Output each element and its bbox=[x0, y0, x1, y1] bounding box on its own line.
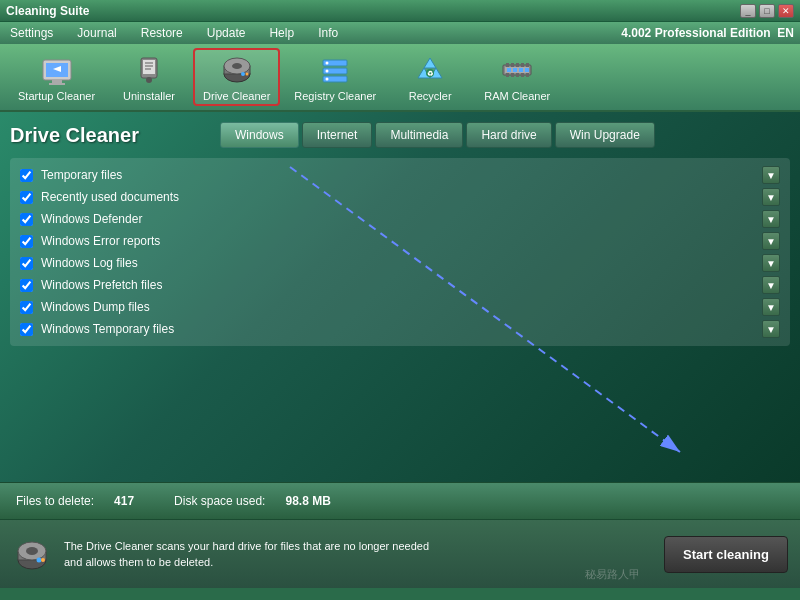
svg-point-14 bbox=[232, 63, 242, 69]
check-label-1: Recently used documents bbox=[41, 190, 179, 204]
toolbar-startup-label: Startup Cleaner bbox=[18, 90, 95, 102]
toolbar-recycler-label: Recycler bbox=[409, 90, 452, 102]
footer-drive-icon bbox=[12, 534, 52, 574]
toolbar-ram-label: RAM Cleaner bbox=[484, 90, 550, 102]
window-controls: _ □ ✕ bbox=[740, 4, 794, 18]
main-content: Drive Cleaner Windows Internet Multimedi… bbox=[0, 112, 800, 482]
check-item-2: Windows Defender ▼ bbox=[20, 208, 780, 230]
tab-winupgrade[interactable]: Win Upgrade bbox=[555, 122, 655, 148]
recycler-icon: ♻ bbox=[412, 52, 448, 88]
toolbar-drive-cleaner[interactable]: Drive Cleaner bbox=[193, 48, 280, 106]
dropdown-6[interactable]: ▼ bbox=[762, 298, 780, 316]
menu-restore[interactable]: Restore bbox=[137, 24, 187, 42]
svg-rect-34 bbox=[519, 68, 523, 72]
svg-point-20 bbox=[326, 62, 329, 65]
menu-settings[interactable]: Settings bbox=[6, 24, 57, 42]
files-to-delete: Files to delete: 417 bbox=[16, 494, 134, 508]
footer-line1: The Drive Cleaner scans your hard drive … bbox=[64, 540, 429, 552]
toolbar-ram-cleaner[interactable]: RAM Cleaner bbox=[474, 48, 560, 106]
svg-point-15 bbox=[241, 72, 245, 76]
registry-icon bbox=[317, 52, 353, 88]
svg-rect-33 bbox=[513, 68, 517, 72]
checkbox-5[interactable] bbox=[20, 279, 33, 292]
footer-line2: and allows them to be deleted. bbox=[64, 556, 213, 568]
minimize-button[interactable]: _ bbox=[740, 4, 756, 18]
tab-multimedia[interactable]: Multimedia bbox=[375, 122, 463, 148]
startup-icon bbox=[39, 52, 75, 88]
svg-rect-6 bbox=[143, 60, 155, 74]
check-item-1: Recently used documents ▼ bbox=[20, 186, 780, 208]
files-label: Files to delete: bbox=[16, 494, 94, 508]
toolbar-uninstaller[interactable]: Uninstaller bbox=[109, 48, 189, 106]
checkbox-1[interactable] bbox=[20, 191, 33, 204]
svg-rect-2 bbox=[52, 80, 62, 83]
check-label-5: Windows Prefetch files bbox=[41, 278, 162, 292]
menu-journal[interactable]: Journal bbox=[73, 24, 120, 42]
check-label-2: Windows Defender bbox=[41, 212, 142, 226]
disk-value: 98.8 MB bbox=[285, 494, 330, 508]
menu-update[interactable]: Update bbox=[203, 24, 250, 42]
disk-label: Disk space used: bbox=[174, 494, 265, 508]
menu-info[interactable]: Info bbox=[314, 24, 342, 42]
app-title: Cleaning Suite bbox=[6, 4, 89, 18]
dropdown-5[interactable]: ▼ bbox=[762, 276, 780, 294]
section-header: Drive Cleaner Windows Internet Multimedi… bbox=[10, 122, 790, 148]
toolbar-drive-label: Drive Cleaner bbox=[203, 90, 270, 102]
checkbox-6[interactable] bbox=[20, 301, 33, 314]
titlebar: Cleaning Suite _ □ ✕ bbox=[0, 0, 800, 22]
menubar: Settings Journal Restore Update Help Inf… bbox=[0, 22, 800, 44]
svg-rect-3 bbox=[49, 83, 65, 85]
svg-point-16 bbox=[245, 73, 248, 76]
check-item-6: Windows Dump files ▼ bbox=[20, 296, 780, 318]
toolbar-registry-cleaner[interactable]: Registry Cleaner bbox=[284, 48, 386, 106]
check-label-0: Temporary files bbox=[41, 168, 122, 182]
footer: The Drive Cleaner scans your hard drive … bbox=[0, 520, 800, 588]
checkbox-4[interactable] bbox=[20, 257, 33, 270]
tab-harddrive[interactable]: Hard drive bbox=[466, 122, 551, 148]
toolbar-registry-label: Registry Cleaner bbox=[294, 90, 376, 102]
dropdown-7[interactable]: ▼ bbox=[762, 320, 780, 338]
svg-rect-35 bbox=[525, 68, 529, 72]
dropdown-1[interactable]: ▼ bbox=[762, 188, 780, 206]
menu-items: Settings Journal Restore Update Help Inf… bbox=[6, 24, 342, 42]
dropdown-0[interactable]: ▼ bbox=[762, 166, 780, 184]
watermark: 秘易路人甲 bbox=[585, 567, 640, 582]
check-item-7: Windows Temporary files ▼ bbox=[20, 318, 780, 340]
svg-point-42 bbox=[37, 558, 42, 563]
disk-space-used: Disk space used: 98.8 MB bbox=[174, 494, 331, 508]
menu-help[interactable]: Help bbox=[265, 24, 298, 42]
close-button[interactable]: ✕ bbox=[778, 4, 794, 18]
checkbox-0[interactable] bbox=[20, 169, 33, 182]
dropdown-2[interactable]: ▼ bbox=[762, 210, 780, 228]
tab-bar: Windows Internet Multimedia Hard drive W… bbox=[220, 122, 655, 148]
footer-description: The Drive Cleaner scans your hard drive … bbox=[64, 538, 652, 571]
checklist: Temporary files ▼ Recently used document… bbox=[10, 158, 790, 346]
version-info: 4.002 Professional Edition EN bbox=[621, 26, 794, 40]
check-item-5: Windows Prefetch files ▼ bbox=[20, 274, 780, 296]
dropdown-3[interactable]: ▼ bbox=[762, 232, 780, 250]
check-item-0: Temporary files ▼ bbox=[20, 164, 780, 186]
check-label-6: Windows Dump files bbox=[41, 300, 150, 314]
toolbar-startup-cleaner[interactable]: Startup Cleaner bbox=[8, 48, 105, 106]
start-cleaning-button[interactable]: Start cleaning bbox=[664, 536, 788, 573]
drive-cleaner-icon bbox=[219, 52, 255, 88]
svg-point-7 bbox=[146, 77, 152, 83]
dropdown-4[interactable]: ▼ bbox=[762, 254, 780, 272]
maximize-button[interactable]: □ bbox=[759, 4, 775, 18]
svg-point-43 bbox=[41, 558, 45, 562]
svg-point-22 bbox=[326, 78, 329, 81]
toolbar-uninstaller-label: Uninstaller bbox=[123, 90, 175, 102]
tab-internet[interactable]: Internet bbox=[302, 122, 373, 148]
toolbar-recycler[interactable]: ♻ Recycler bbox=[390, 48, 470, 106]
svg-rect-32 bbox=[507, 68, 511, 72]
svg-point-41 bbox=[26, 547, 38, 555]
svg-text:♻: ♻ bbox=[427, 70, 433, 77]
svg-point-21 bbox=[326, 70, 329, 73]
ram-icon bbox=[499, 52, 535, 88]
checkbox-3[interactable] bbox=[20, 235, 33, 248]
checkbox-2[interactable] bbox=[20, 213, 33, 226]
check-item-3: Windows Error reports ▼ bbox=[20, 230, 780, 252]
tab-windows[interactable]: Windows bbox=[220, 122, 299, 148]
section-title: Drive Cleaner bbox=[10, 124, 210, 147]
checkbox-7[interactable] bbox=[20, 323, 33, 336]
